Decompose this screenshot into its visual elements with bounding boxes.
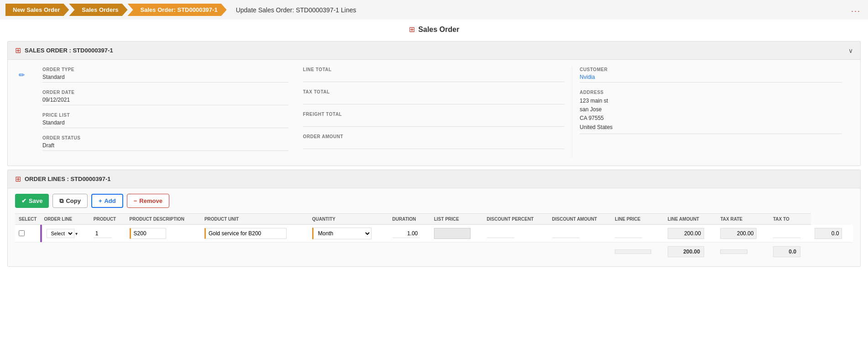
order-lines-content: ✔ Save ⧉ Copy + Add − Remove	[8, 188, 860, 266]
tax-to-value	[815, 228, 842, 239]
sales-order-card-header: ⊞ SALES ORDER : STD0000397-1 ∨	[8, 41, 860, 60]
row-line-amount-cell	[716, 225, 769, 243]
row-discount-percent-cell	[549, 225, 612, 243]
add-label: Add	[104, 197, 115, 204]
row-order-line-cell	[90, 225, 126, 243]
row-quantity-cell	[389, 225, 430, 243]
address-field: ADDRESS 123 main st san Jose CA 97555 Un…	[580, 90, 842, 134]
row-product-cell	[126, 225, 201, 243]
page-title: Update Sales Order: STD0000397-1 Lines	[236, 6, 356, 14]
product-input[interactable]	[130, 228, 166, 239]
row-select-cell: Select ▾	[40, 225, 89, 243]
tax-total-field: TAX TOTAL	[303, 89, 565, 104]
order-lines-card-header: ⊞ ORDER LINES : STD0000397-1	[8, 170, 860, 188]
total-line-price-cell	[611, 243, 664, 261]
copy-button[interactable]: ⧉ Copy	[52, 194, 88, 208]
tax-rate-input[interactable]	[773, 229, 800, 238]
row-checkbox[interactable]	[19, 230, 25, 236]
order-date-field: ORDER DATE 09/12/2021	[42, 90, 288, 105]
section-main-title: Sales Order	[418, 26, 460, 34]
th-product: PRODUCT	[90, 214, 126, 225]
th-select: SELECT	[15, 214, 40, 225]
total-tax-to-cell: 0.0	[769, 243, 811, 261]
add-icon: +	[99, 197, 102, 204]
totals-row: 200.00 0.0	[15, 243, 853, 261]
order-col-2: LINE TOTAL TAX TOTAL FREIGHT TOTAL ORDER…	[296, 67, 573, 158]
th-discount-amount: DISCOUNT AMOUNT	[549, 214, 612, 225]
collapse-icon[interactable]: ∨	[848, 47, 853, 54]
order-type-field: ORDER TYPE Standard	[42, 67, 288, 83]
copy-label: Copy	[66, 197, 81, 204]
total-line-amount: 200.00	[668, 246, 704, 257]
totals-spacer	[15, 243, 611, 261]
quantity-input[interactable]	[392, 229, 420, 238]
remove-icon: −	[134, 197, 137, 204]
remove-label: Remove	[139, 197, 162, 204]
order-lines-table: SELECT ORDER LINE PRODUCT PRODUCT DESCRI…	[15, 213, 853, 261]
th-list-price: LIST PRICE	[430, 214, 483, 225]
total-tax-to: 0.0	[773, 246, 800, 257]
sales-order-card: ⊞ SALES ORDER : STD0000397-1 ∨ ✏ ORDER T…	[7, 41, 861, 166]
order-details: ✏ ORDER TYPE Standard ORDER DATE 09/12/2…	[8, 60, 860, 166]
row-select-dropdown[interactable]: Select	[47, 229, 74, 238]
row-checkbox-cell	[15, 225, 40, 243]
order-line-input[interactable]	[94, 229, 112, 238]
remove-button[interactable]: − Remove	[127, 194, 169, 208]
order-lines-card: ⊞ ORDER LINES : STD0000397-1 ✔ Save ⧉ Co…	[7, 170, 861, 267]
order-status-field: ORDER STATUS Draft	[42, 135, 288, 151]
product-unit-select[interactable]: Month Year Quarter Week Day	[312, 228, 371, 239]
breadcrumb-new-sales-order[interactable]: New Sales Order	[5, 4, 69, 16]
line-total-field: LINE TOTAL	[303, 67, 565, 82]
duration-input[interactable]	[434, 228, 471, 239]
freight-total-field: FREIGHT TOTAL	[303, 112, 565, 127]
th-tax-rate: TAX RATE	[716, 214, 769, 225]
customer-field: CUSTOMER Nvidia	[580, 67, 842, 83]
th-product-unit: PRODUCT UNIT	[201, 214, 309, 225]
product-description-input[interactable]	[204, 228, 287, 239]
add-button[interactable]: + Add	[91, 194, 123, 208]
row-duration-cell	[430, 225, 483, 243]
th-discount-percent: DISCOUNT PERCENT	[483, 214, 549, 225]
sales-order-header-title: SALES ORDER : STD0000397-1	[25, 47, 113, 54]
grid-icon: ⊞	[409, 25, 415, 34]
breadcrumb-current-order[interactable]: Sales Order: STD0000397-1	[128, 4, 227, 16]
more-options-button[interactable]: ···	[851, 6, 861, 16]
th-line-amount: LINE AMOUNT	[664, 214, 717, 225]
discount-percent-input[interactable]	[552, 229, 580, 238]
row-discount-amount-cell	[611, 225, 664, 243]
copy-icon: ⧉	[59, 197, 63, 205]
breadcrumb: New Sales Order Sales Orders Sales Order…	[0, 0, 868, 20]
edit-pencil-icon[interactable]: ✏	[19, 71, 25, 79]
save-button[interactable]: ✔ Save	[15, 194, 49, 208]
table-row: Select ▾	[15, 225, 853, 243]
th-order-line: ORDER LINE	[40, 214, 89, 225]
line-price-value	[668, 228, 704, 239]
total-line-amount-cell: 200.00	[664, 243, 717, 261]
list-price-input[interactable]	[487, 229, 514, 238]
order-amount-field: ORDER AMOUNT	[303, 134, 565, 149]
row-product-unit-cell: Month Year Quarter Week Day	[309, 225, 389, 243]
th-quantity: QUANTITY	[309, 214, 389, 225]
sales-order-header-icon: ⊞	[15, 46, 21, 55]
breadcrumb-sales-orders[interactable]: Sales Orders	[69, 4, 127, 16]
row-product-description-cell	[201, 225, 309, 243]
save-label: Save	[29, 197, 42, 204]
th-duration: DURATION	[389, 214, 430, 225]
discount-amount-input[interactable]	[615, 229, 642, 238]
th-line-price: LINE PRICE	[611, 214, 664, 225]
total-tax-rate	[720, 249, 748, 254]
total-line-price	[615, 249, 651, 254]
row-list-price-cell	[483, 225, 549, 243]
save-icon: ✔	[21, 197, 26, 204]
row-tax-rate-cell	[769, 225, 811, 243]
th-product-description: PRODUCT DESCRIPTION	[126, 214, 201, 225]
order-lines-header-icon: ⊞	[15, 175, 21, 183]
order-lines-header-title: ORDER LINES : STD0000397-1	[25, 176, 111, 182]
line-amount-value	[720, 228, 757, 239]
price-list-field: PRICE LIST Standard	[42, 113, 288, 128]
row-line-price-cell	[664, 225, 717, 243]
th-tax-to: TAX TO	[769, 214, 811, 225]
total-tax-rate-cell	[716, 243, 769, 261]
section-title-area: ⊞ Sales Order	[0, 20, 868, 37]
toolbar: ✔ Save ⧉ Copy + Add − Remove	[15, 194, 853, 208]
